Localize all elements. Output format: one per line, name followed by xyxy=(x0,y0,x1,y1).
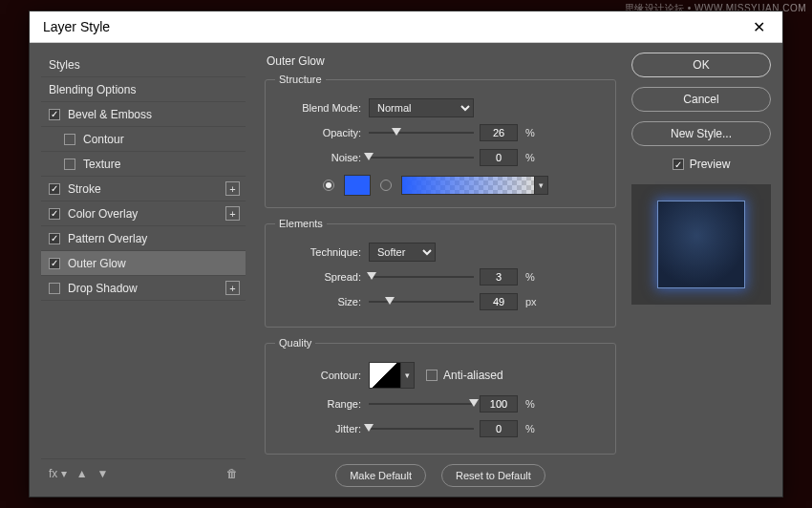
range-input[interactable] xyxy=(480,395,518,413)
contour-label: Contour: xyxy=(275,370,361,381)
effect-checkbox[interactable] xyxy=(64,159,75,170)
arrow-up-icon[interactable]: ▲ xyxy=(76,467,88,480)
fx-icon[interactable]: fx ▾ xyxy=(49,467,67,480)
jitter-label: Jitter: xyxy=(275,423,361,434)
trash-icon[interactable]: 🗑 xyxy=(226,467,238,480)
sidebar-item-label: Bevel & Emboss xyxy=(68,108,152,121)
add-effect-icon[interactable]: + xyxy=(225,181,240,196)
structure-group: Structure Blend Mode: Normal Opacity: % … xyxy=(265,74,616,208)
size-label: Size: xyxy=(275,296,361,307)
jitter-input[interactable] xyxy=(480,420,518,437)
make-default-button[interactable]: Make Default xyxy=(335,464,426,487)
sidebar-item-contour[interactable]: Contour xyxy=(41,127,246,152)
blend-mode-select[interactable]: Normal xyxy=(369,98,474,117)
opacity-input[interactable] xyxy=(480,124,518,141)
sidebar-item-texture[interactable]: Texture xyxy=(41,152,246,177)
effect-checkbox[interactable] xyxy=(49,233,60,244)
sidebar-item-label: Color Overlay xyxy=(68,207,138,221)
size-input[interactable] xyxy=(480,293,518,310)
titlebar: Layer Style ✕ xyxy=(30,11,782,43)
ok-button[interactable]: OK xyxy=(631,53,771,77)
range-unit: % xyxy=(525,398,545,410)
opacity-slider[interactable] xyxy=(369,126,474,139)
sidebar-item-label: Outer Glow xyxy=(68,257,126,270)
sidebar-item-label: Pattern Overlay xyxy=(68,232,147,245)
preview-label: Preview xyxy=(690,158,731,171)
color-swatch[interactable] xyxy=(344,175,371,196)
sidebar-item-stroke[interactable]: Stroke+ xyxy=(41,177,246,201)
sidebar-item-styles[interactable]: Styles xyxy=(41,53,246,77)
sidebar-item-label: Styles xyxy=(49,58,80,72)
technique-select[interactable]: Softer xyxy=(369,243,436,262)
elements-legend: Elements xyxy=(275,218,327,229)
sidebar-item-blending-options[interactable]: Blending Options xyxy=(41,77,246,102)
noise-label: Noise: xyxy=(275,152,361,163)
range-slider[interactable] xyxy=(369,397,474,411)
right-column: OK Cancel New Style... Preview xyxy=(631,53,771,487)
quality-group: Quality Contour: ▾ Anti-aliased Range: %… xyxy=(265,337,616,455)
close-icon[interactable]: ✕ xyxy=(745,14,773,40)
preview-checkbox[interactable] xyxy=(673,159,684,170)
dialog-title: Layer Style xyxy=(43,19,110,34)
effect-checkbox[interactable] xyxy=(64,134,75,145)
structure-legend: Structure xyxy=(275,74,326,85)
blend-mode-label: Blend Mode: xyxy=(275,102,361,114)
technique-label: Technique: xyxy=(275,246,361,258)
sidebar-item-label: Contour xyxy=(83,133,124,146)
elements-group: Elements Technique: Softer Spread: % Siz… xyxy=(265,218,616,328)
jitter-slider[interactable] xyxy=(369,422,474,435)
jitter-unit: % xyxy=(525,423,545,434)
new-style-button[interactable]: New Style... xyxy=(631,121,771,146)
panel-title: Outer Glow xyxy=(267,54,616,68)
effect-checkbox[interactable] xyxy=(49,208,60,220)
cancel-button[interactable]: Cancel xyxy=(631,87,771,112)
gradient-radio[interactable] xyxy=(380,180,392,191)
sidebar-item-outer-glow[interactable]: Outer Glow xyxy=(41,251,246,276)
layer-style-dialog: Layer Style ✕ StylesBlending OptionsBeve… xyxy=(29,11,783,497)
effect-checkbox[interactable] xyxy=(49,109,60,120)
settings-panel: Outer Glow Structure Blend Mode: Normal … xyxy=(255,53,622,487)
effect-checkbox[interactable] xyxy=(49,183,60,195)
sidebar-item-pattern-overlay[interactable]: Pattern Overlay xyxy=(41,226,246,251)
spread-unit: % xyxy=(525,271,545,283)
antialias-checkbox[interactable] xyxy=(426,370,438,381)
add-effect-icon[interactable]: + xyxy=(225,281,240,295)
noise-slider[interactable] xyxy=(369,151,474,164)
preview-box xyxy=(631,184,771,305)
noise-unit: % xyxy=(525,152,545,163)
contour-picker[interactable] xyxy=(369,362,401,389)
sidebar-footer: fx ▾ ▲ ▼ 🗑 xyxy=(41,458,246,487)
sidebar-item-label: Stroke xyxy=(68,182,101,196)
sidebar-item-color-overlay[interactable]: Color Overlay+ xyxy=(41,201,246,226)
effects-sidebar: StylesBlending OptionsBevel & EmbossCont… xyxy=(41,53,246,487)
sidebar-item-bevel-emboss[interactable]: Bevel & Emboss xyxy=(41,102,246,127)
gradient-swatch[interactable] xyxy=(401,176,535,195)
opacity-unit: % xyxy=(525,127,545,138)
size-unit: px xyxy=(525,296,545,307)
effect-checkbox[interactable] xyxy=(49,258,60,269)
reset-default-button[interactable]: Reset to Default xyxy=(441,464,545,487)
preview-swatch xyxy=(657,201,745,288)
size-slider[interactable] xyxy=(369,295,474,308)
effect-checkbox[interactable] xyxy=(49,283,60,294)
sidebar-item-drop-shadow[interactable]: Drop Shadow+ xyxy=(41,276,246,301)
add-effect-icon[interactable]: + xyxy=(225,206,240,221)
antialias-label: Anti-aliased xyxy=(443,369,503,382)
spread-input[interactable] xyxy=(480,268,518,286)
sidebar-item-label: Drop Shadow xyxy=(68,282,138,295)
sidebar-item-label: Texture xyxy=(83,158,120,171)
spread-slider[interactable] xyxy=(369,270,474,284)
arrow-down-icon[interactable]: ▼ xyxy=(97,467,109,480)
noise-input[interactable] xyxy=(480,149,518,166)
gradient-dropdown-icon[interactable]: ▾ xyxy=(535,176,548,195)
contour-dropdown-icon[interactable]: ▾ xyxy=(401,362,415,389)
sidebar-item-label: Blending Options xyxy=(49,83,136,96)
opacity-label: Opacity: xyxy=(275,127,361,138)
solid-color-radio[interactable] xyxy=(323,180,334,191)
quality-legend: Quality xyxy=(275,337,315,349)
range-label: Range: xyxy=(275,398,361,410)
spread-label: Spread: xyxy=(275,271,361,283)
